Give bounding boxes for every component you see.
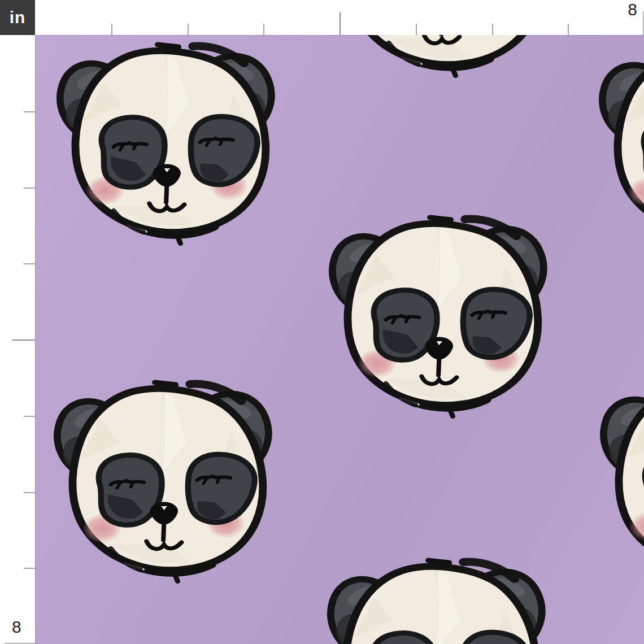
top-ruler-tick-2in xyxy=(188,24,189,35)
left-ruler-tick-2in xyxy=(24,188,35,189)
fabric-swatch[interactable] xyxy=(35,35,644,644)
left-ruler-tick-4in xyxy=(12,340,35,341)
fabric-measure-preview: 8 8 in xyxy=(0,0,644,644)
top-ruler-tick-7in xyxy=(568,24,569,35)
left-ruler: 8 xyxy=(0,35,35,644)
left-ruler-tick-5in xyxy=(24,416,35,417)
unit-corner-badge: in xyxy=(0,0,35,35)
top-ruler-tick-1in xyxy=(111,24,112,35)
panda-top-right-partial xyxy=(602,46,644,245)
left-ruler-tick-6in xyxy=(24,492,35,493)
left-ruler-tick-3in xyxy=(24,263,35,264)
left-ruler-tick-7in xyxy=(24,568,35,569)
unit-label: in xyxy=(10,8,26,27)
panda-lower-left xyxy=(57,382,268,581)
top-ruler-tick-3in xyxy=(263,24,264,35)
panda-bottom-center-partial xyxy=(330,560,542,644)
top-ruler-tick-4in xyxy=(340,12,341,35)
panda-top-center-partial xyxy=(335,35,546,76)
panda-pattern xyxy=(35,35,644,644)
top-ruler-end-label: 8 xyxy=(628,1,637,18)
panda-mid-right-partial xyxy=(603,381,644,580)
panda-middle xyxy=(332,217,543,416)
left-ruler-end-label: 8 xyxy=(12,619,21,636)
left-ruler-tick-1in xyxy=(24,111,35,112)
top-ruler: 8 xyxy=(35,0,644,35)
top-ruler-tick-6in xyxy=(492,24,493,35)
top-ruler-tick-5in xyxy=(416,24,417,35)
panda-top-left xyxy=(60,45,271,243)
